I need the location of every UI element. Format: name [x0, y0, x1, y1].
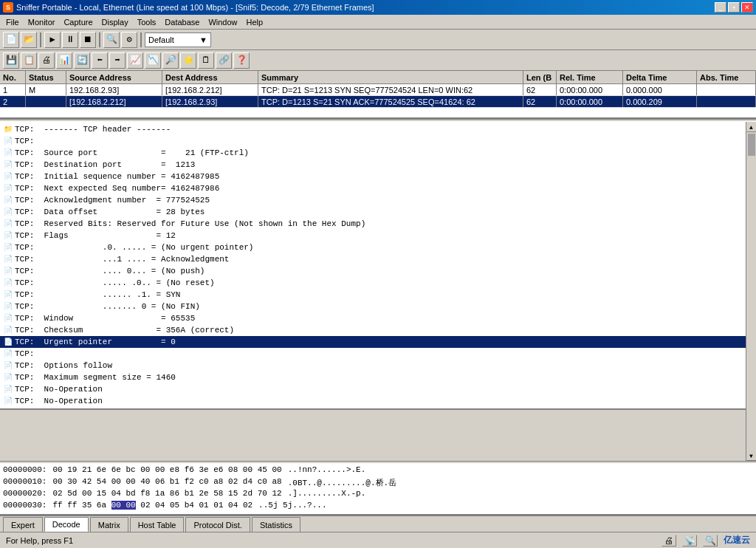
- restore-button[interactable]: ▪: [728, 2, 740, 13]
- decode-row-13[interactable]: 📄TCP: ..... .0.. = (No reset): [0, 277, 746, 289]
- tab-expert[interactable]: Expert: [3, 517, 43, 532]
- menu-monitor[interactable]: Monitor: [24, 16, 60, 28]
- decode-icon-8: 📄: [3, 219, 13, 229]
- packet-row-1[interactable]: 1 M 192.168.2.93] [192.168.2.212] TCP: D…: [0, 84, 756, 96]
- decode-text-16: TCP: Window = 65535: [15, 314, 195, 323]
- menu-bar: File Monitor Capture Display Tools Datab…: [0, 15, 756, 30]
- decode-row-5[interactable]: 📄TCP: Next expected Seq number= 41624879…: [0, 182, 746, 194]
- status-right: 🖨 📡 🔍 亿速云: [662, 534, 750, 547]
- decode-row-19[interactable]: 📄TCP:: [0, 348, 746, 360]
- tab-protocol-dist[interactable]: Protocol Dist.: [185, 517, 250, 532]
- tb2-btn4[interactable]: 📊: [56, 52, 72, 69]
- decode-row-10[interactable]: 📄TCP: .0. ..... = (No urgent pointer): [0, 242, 746, 253]
- tb2-btn14[interactable]: ❓: [233, 52, 250, 69]
- close-button[interactable]: ✕: [741, 2, 753, 13]
- tb2-btn12[interactable]: 🗒: [198, 52, 214, 69]
- tb2-btn6[interactable]: ⬅: [92, 52, 108, 69]
- tb2-btn10[interactable]: 🔎: [162, 52, 179, 69]
- decode-row-9[interactable]: 📄TCP: Flags = 12: [0, 230, 746, 242]
- decode-row-18[interactable]: 📄TCP: Urgent pointer = 0: [0, 336, 746, 348]
- col-header-no: No.: [0, 71, 26, 83]
- scroll-up[interactable]: ▲: [746, 122, 757, 132]
- menu-capture[interactable]: Capture: [59, 16, 97, 28]
- col-header-abs: Abs. Time: [697, 71, 756, 83]
- filter-dropdown[interactable]: Default ▼: [145, 32, 211, 47]
- menu-database[interactable]: Database: [160, 16, 204, 28]
- menu-help[interactable]: Help: [242, 16, 268, 28]
- decode-row-14[interactable]: 📄TCP: ...... .1. = SYN: [0, 289, 746, 301]
- decode-row-16[interactable]: 📄TCP: Window = 65535: [0, 312, 746, 324]
- decode-icon-3: 📄: [3, 160, 13, 170]
- tb2-btn2[interactable]: 📋: [21, 52, 37, 69]
- menu-display[interactable]: Display: [97, 16, 133, 28]
- title-bar: S Sniffer Portable - Local, Ethernet (Li…: [0, 0, 756, 15]
- scroll-down[interactable]: ▼: [746, 451, 757, 461]
- decode-row-23[interactable]: 📄TCP: No-Operation: [0, 395, 746, 407]
- status-icon-1[interactable]: 🖨: [662, 535, 676, 547]
- hex-ascii-0: ..!nn?......>.E.: [288, 465, 366, 477]
- decode-row-20[interactable]: 📄TCP: Options follow: [0, 360, 746, 371]
- decode-icon-12: 📄: [3, 266, 13, 276]
- decode-row-1[interactable]: 📄TCP:: [0, 135, 746, 147]
- pkt1-no: 1: [0, 84, 26, 95]
- minimize-button[interactable]: _: [715, 2, 726, 13]
- menu-window[interactable]: Window: [204, 16, 241, 28]
- menu-file[interactable]: File: [1, 16, 24, 28]
- open-button[interactable]: 📂: [21, 32, 37, 48]
- tab-host-table[interactable]: Host Table: [130, 517, 185, 532]
- decode-text-22: TCP: No-Operation: [15, 385, 103, 394]
- decode-row-22[interactable]: 📄TCP: No-Operation: [0, 383, 746, 395]
- packet-row-2[interactable]: 2 [192.168.2.212] [192.168.2.93] TCP: D=…: [0, 96, 756, 108]
- decode-row-8[interactable]: 📄TCP: Reserved Bits: Reserved for Future…: [0, 218, 746, 230]
- decode-row-17[interactable]: 📄TCP: Checksum = 356A (correct): [0, 324, 746, 336]
- decode-scrollbar[interactable]: ▲ ▼: [746, 122, 756, 461]
- tb2-btn11[interactable]: ⭐: [180, 52, 196, 69]
- packet-list: No. Status Source Address Dest Address S…: [0, 71, 756, 119]
- tb2-btn9[interactable]: 📉: [145, 52, 161, 69]
- menu-tools[interactable]: Tools: [133, 16, 161, 28]
- decode-text-1: TCP:: [15, 137, 34, 145]
- tb2-btn3[interactable]: 🖨: [38, 52, 55, 69]
- decode-text-12: TCP: .... 0... = (No push): [15, 267, 205, 275]
- decode-row-15[interactable]: 📄TCP: ....... 0 = (No FIN): [0, 301, 746, 312]
- tb2-btn13[interactable]: 🔗: [216, 52, 232, 69]
- tab-statistics[interactable]: Statistics: [252, 517, 300, 532]
- decode-row-21[interactable]: 📄TCP: Maximum segment size = 1460: [0, 371, 746, 383]
- decode-row-4[interactable]: 📄TCP: Initial sequence number = 41624879…: [0, 171, 746, 182]
- tab-matrix[interactable]: Matrix: [90, 517, 128, 532]
- scroll-thumb[interactable]: [748, 134, 755, 156]
- decode-row-11[interactable]: 📄TCP: ...1 .... = Acknowledgment: [0, 253, 746, 265]
- tb2-btn8[interactable]: 📈: [127, 52, 143, 69]
- new-button[interactable]: 📄: [3, 32, 19, 48]
- stop-button[interactable]: ⏹: [80, 32, 96, 48]
- tab-decode[interactable]: Decode: [44, 517, 89, 532]
- status-icon-3[interactable]: 🔍: [703, 535, 718, 547]
- play-button[interactable]: ▶: [44, 32, 61, 48]
- packet-list-header: No. Status Source Address Dest Address S…: [0, 71, 756, 84]
- hex-line-2: 00000020: 02 5d 00 15 04 bd f8 1a 86 b1 …: [3, 489, 753, 501]
- decode-row-3[interactable]: 📄TCP: Destination port = 1213: [0, 159, 746, 171]
- pkt2-abs: [697, 96, 756, 107]
- decode-text-4: TCP: Initial sequence number = 416248798…: [15, 172, 219, 181]
- pkt1-dst: [192.168.2.212]: [162, 84, 258, 95]
- decode-icon-17: 📄: [3, 325, 13, 335]
- decode-row-0[interactable]: 📁TCP: ------- TCP header -------: [0, 123, 746, 135]
- pause-button[interactable]: ⏸: [62, 32, 78, 48]
- decode-row-2[interactable]: 📄TCP: Source port = 21 (FTP-ctrl): [0, 147, 746, 159]
- decode-panel[interactable]: 📁TCP: ------- TCP header -------📄TCP:📄TC…: [0, 122, 746, 410]
- hex-bytes-3: ff ff 35 6a 00 00 02 04 05 b4 01 01 04 0…: [52, 501, 252, 513]
- decode-icon-13: 📄: [3, 278, 13, 288]
- decode-icon-11: 📄: [3, 254, 13, 264]
- decode-row-12[interactable]: 📄TCP: .... 0... = (No push): [0, 265, 746, 277]
- hex-bytes-0: 00 19 21 6e 6e bc 00 00 e8 f6 3e e6 08 0…: [52, 465, 281, 477]
- tb2-btn1[interactable]: 💾: [3, 52, 19, 69]
- tb2-btn5[interactable]: 🔄: [74, 52, 90, 69]
- decode-text-7: TCP: Data offset = 28 bytes: [15, 208, 205, 216]
- settings-button[interactable]: ⚙: [121, 32, 137, 48]
- decode-row-7[interactable]: 📄TCP: Data offset = 28 bytes: [0, 206, 746, 218]
- zoom-in-button[interactable]: 🔍: [103, 32, 120, 48]
- tb2-btn7[interactable]: ➡: [109, 52, 126, 69]
- status-icon-2[interactable]: 📡: [682, 535, 697, 547]
- decode-row-6[interactable]: 📄TCP: Acknowledgment number = 777524525: [0, 194, 746, 206]
- window-controls[interactable]: _ ▪ ✕: [715, 2, 753, 13]
